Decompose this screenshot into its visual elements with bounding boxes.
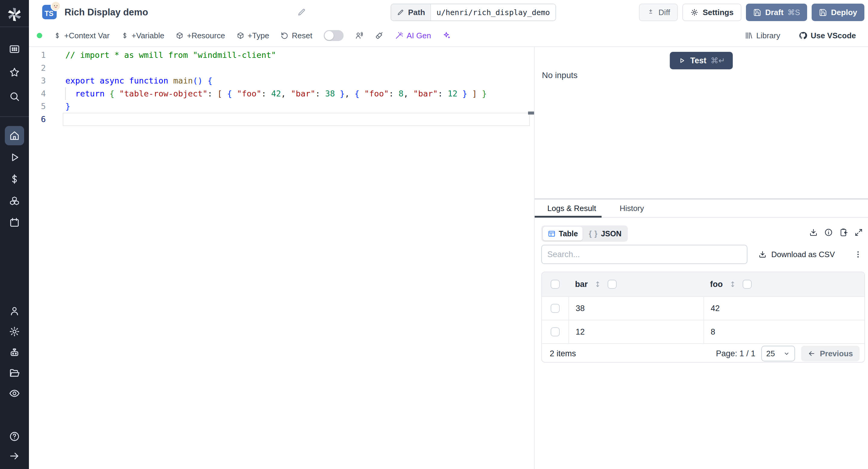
code-line[interactable]: 5} — [29, 100, 534, 113]
download-icon — [758, 250, 767, 259]
use-vscode-label: Use VScode — [811, 31, 856, 40]
line-number: 4 — [29, 87, 46, 100]
ai-gen-label: AI Gen — [407, 31, 431, 40]
column-header-foo[interactable]: foo — [710, 280, 723, 289]
reset-button[interactable]: Reset — [281, 31, 312, 40]
home-icon[interactable] — [0, 130, 29, 142]
add-resource-button[interactable]: +Resource — [176, 31, 225, 40]
code-line-content[interactable] — [46, 113, 65, 126]
table-row[interactable]: 3842 — [542, 296, 864, 320]
draft-button[interactable]: Draft ⌘S — [746, 4, 807, 21]
code-line[interactable]: 1// import * as wmill from "windmill-cli… — [29, 49, 534, 62]
path-value[interactable]: u/henri/rich_display_demo — [431, 4, 555, 21]
code-line-content[interactable]: return { "table-row-object": [ { "foo": … — [46, 87, 487, 100]
test-button[interactable]: Test ⌘↵ — [670, 52, 733, 69]
column-toggle-bar[interactable] — [608, 280, 617, 289]
expand-fullscreen-icon[interactable] — [854, 228, 863, 237]
code-editor[interactable]: 1// import * as wmill from "windmill-cli… — [29, 47, 534, 469]
add-context-var-button[interactable]: +Context Var — [54, 31, 110, 40]
use-vscode-button[interactable]: Use VScode — [798, 31, 856, 40]
info-icon[interactable] — [824, 228, 833, 237]
editor-toolbar: +Context Var +Variable +Resource +Type R… — [29, 25, 868, 47]
copy-to-clipboard-icon[interactable] — [839, 228, 848, 237]
draft-shortcut: ⌘S — [787, 8, 800, 17]
sort-icon[interactable] — [729, 280, 737, 288]
library-label: Library — [756, 31, 780, 40]
line-number: 1 — [29, 49, 46, 62]
column-header-bar[interactable]: bar — [575, 280, 588, 289]
deploy-label: Deploy — [831, 8, 857, 17]
path-label-segment[interactable]: Path — [391, 4, 431, 21]
schedules-calendar-icon[interactable] — [0, 217, 29, 228]
format-brush-icon[interactable] — [375, 31, 383, 40]
previous-page-button[interactable]: Previous — [801, 346, 860, 362]
runs-play-icon[interactable] — [0, 152, 29, 163]
expand-sidebar-arrow-icon[interactable] — [0, 450, 29, 462]
path-field[interactable]: Path u/henri/rich_display_demo — [391, 4, 556, 21]
diff-button[interactable]: Diff — [639, 4, 678, 21]
line-number: 3 — [29, 74, 46, 87]
row-checkbox[interactable] — [551, 327, 560, 336]
library-button[interactable]: Library — [744, 31, 780, 40]
reset-rotate-icon — [281, 32, 288, 39]
search-icon[interactable] — [0, 91, 29, 102]
settings-gear-icon[interactable] — [0, 326, 29, 337]
windmill-logo-icon[interactable] — [0, 8, 29, 21]
language-badge: TS — [42, 5, 57, 19]
deploy-button[interactable]: Deploy — [812, 4, 864, 21]
code-line-content[interactable]: } — [46, 100, 70, 113]
code-line[interactable]: 6 — [29, 113, 534, 126]
code-line-content[interactable]: // import * as wmill from "windmill-clie… — [46, 49, 276, 62]
tab-logs-result[interactable]: Logs & Result — [547, 204, 596, 213]
search-input[interactable] — [541, 245, 747, 264]
folders-icon[interactable] — [0, 368, 29, 379]
items-count: 2 items — [550, 349, 576, 358]
package-icon — [176, 32, 184, 39]
add-type-button[interactable]: +Type — [237, 31, 270, 40]
column-toggle-foo[interactable] — [743, 280, 752, 289]
view-table-label: Table — [559, 229, 578, 238]
sidebar — [0, 0, 29, 469]
code-line[interactable]: 2 — [29, 62, 534, 75]
audit-eye-icon[interactable] — [0, 387, 29, 399]
save-icon — [753, 8, 761, 17]
table-row[interactable]: 128 — [542, 320, 864, 343]
page-size-select[interactable]: 25 — [761, 346, 795, 362]
toggle-knob — [324, 31, 334, 40]
view-toggle: Table { } JSON — [541, 225, 628, 242]
user-icon[interactable] — [0, 305, 29, 317]
favorites-star-icon[interactable] — [0, 67, 29, 78]
tab-history[interactable]: History — [620, 204, 644, 213]
test-shortcut: ⌘↵ — [711, 56, 725, 65]
resources-cubes-icon[interactable] — [0, 195, 29, 207]
code-line[interactable]: 3export async function main() { — [29, 74, 534, 87]
select-all-checkbox[interactable] — [551, 280, 560, 289]
script-emoji-avatar — [51, 1, 61, 11]
download-icon[interactable] — [809, 228, 818, 237]
dollar-icon — [54, 32, 61, 39]
page-indicator: Page: 1 / 1 — [716, 349, 755, 358]
multiplayer-toggle[interactable] — [324, 30, 344, 41]
ai-gen-button[interactable]: AI Gen — [395, 31, 431, 40]
collaborators-icon[interactable] — [355, 31, 364, 40]
editor-overview-ruler-marker[interactable] — [528, 112, 535, 115]
variables-dollar-icon[interactable] — [0, 173, 29, 185]
active-tab-underline — [535, 216, 601, 218]
sort-icon[interactable] — [594, 280, 601, 288]
draft-label: Draft — [765, 8, 784, 17]
sparkles-icon[interactable] — [442, 31, 451, 40]
code-line-content[interactable]: export async function main() { — [46, 74, 213, 87]
edit-title-pencil-icon[interactable] — [297, 7, 307, 17]
workers-robot-icon[interactable] — [0, 347, 29, 358]
settings-button[interactable]: Settings — [682, 4, 741, 21]
view-table-button[interactable]: Table — [543, 227, 583, 241]
help-icon[interactable] — [0, 431, 29, 442]
view-json-button[interactable]: { } JSON — [584, 227, 626, 241]
add-variable-button[interactable]: +Variable — [121, 31, 164, 40]
more-options-kebab-icon[interactable] — [854, 245, 863, 264]
row-checkbox[interactable] — [551, 304, 560, 313]
code-line-content[interactable] — [46, 62, 65, 75]
code-line[interactable]: 4 return { "table-row-object": [ { "foo"… — [29, 87, 534, 100]
download-csv-button[interactable]: Download as CSV — [758, 245, 835, 264]
apps-icon[interactable] — [0, 43, 29, 55]
